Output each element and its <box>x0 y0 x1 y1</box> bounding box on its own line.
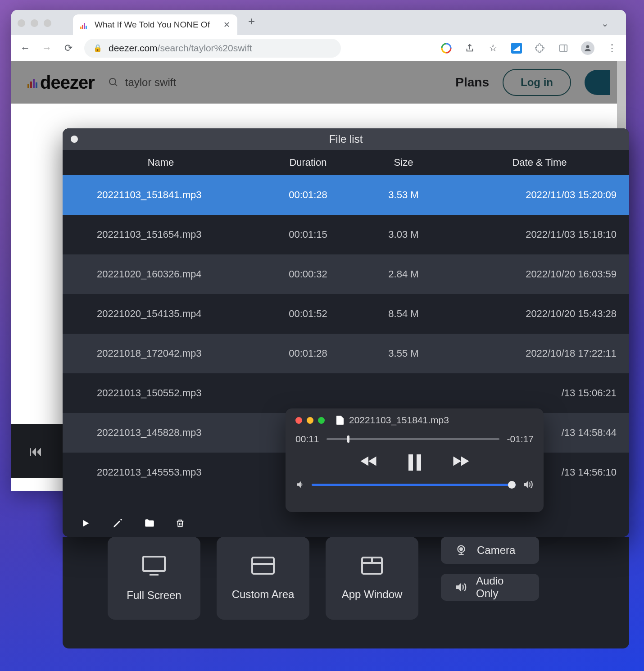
svg-rect-5 <box>560 45 567 51</box>
cell-name: 20221013_145553.mp3 <box>63 467 259 478</box>
minimize-icon[interactable] <box>307 417 313 424</box>
cell-date: 2022/10/18 17:22:11 <box>450 348 629 359</box>
file-icon <box>336 416 344 425</box>
folder-icon[interactable] <box>144 517 156 529</box>
url-path: /search/taylor%20swift <box>158 43 252 53</box>
volume-low-icon[interactable] <box>295 480 305 490</box>
kebab-menu-icon[interactable]: ⋮ <box>606 42 618 54</box>
svg-point-8 <box>109 78 116 85</box>
table-row[interactable]: 20221018_172042.mp300:01:283.55 M2022/10… <box>63 334 629 373</box>
bookmark-star-icon[interactable]: ☆ <box>487 42 499 54</box>
speaker-icon <box>454 580 467 594</box>
file-list-footer <box>63 510 629 537</box>
deezer-logo-text: deezer <box>40 73 95 93</box>
table-row[interactable]: 20221013_150552.mp3/13 15:06:21 <box>63 373 629 413</box>
svg-rect-10 <box>408 454 413 471</box>
login-button[interactable]: Log in <box>503 69 571 96</box>
cell-duration: 00:01:28 <box>259 348 357 359</box>
cell-size: 3.55 M <box>357 348 450 359</box>
svg-rect-11 <box>417 454 421 471</box>
time-remaining: -01:17 <box>507 434 534 444</box>
recorder-panel: Full Screen Custom Area App Window Camer… <box>63 537 629 648</box>
minimize-icon[interactable] <box>31 19 38 27</box>
tab-close-icon[interactable]: ✕ <box>223 20 230 30</box>
full-screen-label: Full Screen <box>127 589 181 602</box>
plans-link[interactable]: Plans <box>455 75 489 90</box>
extensions-icon[interactable] <box>534 42 546 54</box>
cell-date: /13 15:06:21 <box>450 387 629 399</box>
table-row[interactable]: 20221020_154135.mp400:01:528.54 M2022/10… <box>63 294 629 334</box>
app-window-tile[interactable]: App Window <box>326 537 418 620</box>
svg-point-7 <box>586 45 590 48</box>
close-icon[interactable] <box>71 136 78 143</box>
profile-avatar[interactable] <box>581 41 594 55</box>
trash-icon[interactable] <box>175 518 188 528</box>
new-tab-button[interactable]: + <box>237 14 266 28</box>
cell-size: 3.03 M <box>357 229 450 240</box>
back-button[interactable]: ← <box>19 42 31 54</box>
deezer-header: deezer taylor swift Plans Log in <box>11 61 626 104</box>
window-icon <box>360 556 384 576</box>
cell-name: 20221020_154135.mp4 <box>63 308 259 320</box>
file-list-title: File list <box>329 133 363 145</box>
deezer-logo[interactable]: deezer <box>27 73 95 93</box>
cell-date: 2022/10/20 16:03:59 <box>450 268 629 280</box>
cell-name: 20221103_151841.mp3 <box>63 189 259 201</box>
extension-a-icon[interactable] <box>511 42 522 54</box>
table-row[interactable]: 20221020_160326.mp400:00:322.84 M2022/10… <box>63 254 629 294</box>
player-titlebar[interactable]: 20221103_151841.mp3 <box>295 415 534 426</box>
camera-pill[interactable]: Camera <box>441 537 539 564</box>
close-icon[interactable] <box>18 19 25 27</box>
seek-slider[interactable] <box>327 438 500 440</box>
pause-button[interactable] <box>407 453 423 472</box>
table-row[interactable]: 20221103_151654.mp300:01:153.03 M2022/11… <box>63 215 629 254</box>
search-icon <box>108 77 119 88</box>
previous-track-icon[interactable]: ⏮ <box>29 444 43 459</box>
browser-tab[interactable]: What If We Told You NONE Of ✕ <box>73 14 237 35</box>
full-screen-tile[interactable]: Full Screen <box>108 537 200 620</box>
file-list-titlebar[interactable]: File list <box>63 128 629 150</box>
column-size[interactable]: Size <box>357 157 450 168</box>
google-icon[interactable] <box>440 42 452 54</box>
svg-rect-14 <box>252 558 274 574</box>
volume-high-icon[interactable] <box>522 479 534 490</box>
browser-tabbar: What If We Told You NONE Of ✕ + ⌄ <box>11 10 626 35</box>
edit-icon[interactable] <box>112 518 125 529</box>
rewind-button[interactable] <box>359 453 378 472</box>
tabs-dropdown-icon[interactable]: ⌄ <box>601 18 609 29</box>
window-controls[interactable] <box>18 19 51 27</box>
player-window-controls[interactable] <box>295 417 325 424</box>
audio-only-pill[interactable]: Audio Only <box>441 574 539 601</box>
maximize-icon[interactable] <box>44 19 51 27</box>
cell-size: 8.54 M <box>357 308 450 320</box>
share-icon[interactable] <box>464 42 476 54</box>
favicon-icon <box>80 20 89 29</box>
url-host: deezer.com <box>109 43 158 53</box>
reload-button[interactable]: ⟳ <box>63 42 74 54</box>
maximize-icon[interactable] <box>318 417 325 424</box>
column-duration[interactable]: Duration <box>259 157 357 168</box>
cell-name: 20221013_150552.mp3 <box>63 387 259 399</box>
custom-area-tile[interactable]: Custom Area <box>217 537 309 620</box>
play-icon[interactable] <box>81 518 93 528</box>
cell-duration: 00:01:52 <box>259 308 357 320</box>
column-date[interactable]: Date & Time <box>450 157 629 168</box>
page-sidebar <box>11 141 65 424</box>
camera-label: Camera <box>477 544 515 557</box>
deezer-logo-icon <box>27 77 37 88</box>
svg-point-20 <box>460 548 463 550</box>
deezer-search[interactable]: taylor swift <box>108 76 176 89</box>
sidepanel-icon[interactable] <box>558 42 569 54</box>
address-bar[interactable]: 🔒 deezer.com/search/taylor%20swift <box>84 39 341 58</box>
cell-name: 20221018_172042.mp3 <box>63 348 259 359</box>
table-row[interactable]: 20221103_151841.mp300:01:283.53 M2022/11… <box>63 175 629 215</box>
monitor-icon <box>141 555 167 576</box>
app-window-label: App Window <box>342 588 403 601</box>
fast-forward-button[interactable] <box>452 453 471 472</box>
volume-slider[interactable] <box>312 484 516 486</box>
cell-name: 20221020_160326.mp4 <box>63 268 259 280</box>
signup-button[interactable] <box>585 70 610 95</box>
forward-button[interactable]: → <box>41 42 53 54</box>
column-name[interactable]: Name <box>63 157 259 168</box>
close-icon[interactable] <box>295 417 302 424</box>
